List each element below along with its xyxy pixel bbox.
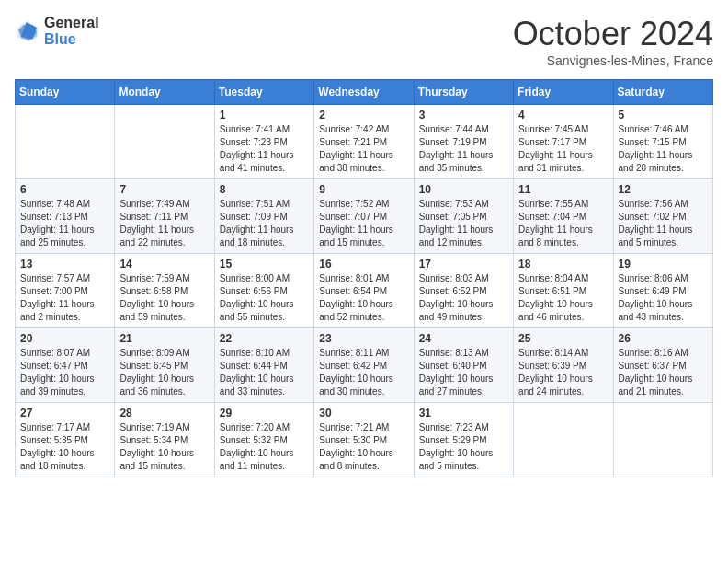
day-info: Sunrise: 7:45 AMSunset: 7:17 PMDaylight:… [518,123,608,175]
day-info: Sunrise: 7:42 AMSunset: 7:21 PMDaylight:… [319,123,408,175]
day-info: Sunrise: 7:46 AMSunset: 7:15 PMDaylight:… [619,123,708,175]
location-subtitle: Sanvignes-les-Mines, France [513,53,713,68]
calendar-cell: 19Sunrise: 8:06 AMSunset: 6:49 PMDayligh… [613,254,712,328]
day-info: Sunrise: 8:03 AMSunset: 6:52 PMDaylight:… [419,272,508,324]
day-info: Sunrise: 8:04 AMSunset: 6:51 PMDaylight:… [518,272,608,324]
calendar-cell: 28Sunrise: 7:19 AMSunset: 5:34 PMDayligh… [115,403,214,477]
calendar-cell: 31Sunrise: 7:23 AMSunset: 5:29 PMDayligh… [414,403,513,477]
month-title: October 2024 [513,15,713,53]
calendar-cell: 22Sunrise: 8:10 AMSunset: 6:44 PMDayligh… [214,328,313,403]
day-info: Sunrise: 8:16 AMSunset: 6:37 PMDaylight:… [619,347,708,398]
day-number: 28 [119,407,209,419]
weekday-header: Monday [115,80,214,105]
calendar-cell [514,403,613,477]
day-info: Sunrise: 7:59 AMSunset: 6:58 PMDaylight:… [119,272,209,324]
calendar-week-row: 27Sunrise: 7:17 AMSunset: 5:35 PMDayligh… [16,403,713,477]
calendar-cell: 21Sunrise: 8:09 AMSunset: 6:45 PMDayligh… [115,328,214,403]
day-number: 20 [20,332,109,345]
calendar-cell: 23Sunrise: 8:11 AMSunset: 6:42 PMDayligh… [314,328,414,403]
logo-general: General [44,15,99,31]
calendar-cell: 30Sunrise: 7:21 AMSunset: 5:30 PMDayligh… [314,403,414,477]
calendar-cell [16,105,115,179]
day-info: Sunrise: 7:48 AMSunset: 7:13 PMDaylight:… [20,198,109,249]
calendar-cell: 12Sunrise: 7:56 AMSunset: 7:02 PMDayligh… [613,179,712,254]
calendar-header: SundayMondayTuesdayWednesdayThursdayFrid… [16,80,713,105]
calendar-cell: 1Sunrise: 7:41 AMSunset: 7:23 PMDaylight… [214,105,313,179]
calendar-table: SundayMondayTuesdayWednesdayThursdayFrid… [15,79,713,477]
calendar-cell: 14Sunrise: 7:59 AMSunset: 6:58 PMDayligh… [115,254,214,328]
title-block: October 2024 Sanvignes-les-Mines, France [513,15,713,68]
header-row: SundayMondayTuesdayWednesdayThursdayFrid… [16,80,713,105]
day-number: 5 [619,109,708,121]
calendar-week-row: 1Sunrise: 7:41 AMSunset: 7:23 PMDaylight… [16,105,713,179]
day-info: Sunrise: 7:44 AMSunset: 7:19 PMDaylight:… [419,123,508,175]
day-info: Sunrise: 8:09 AMSunset: 6:45 PMDaylight:… [119,347,209,398]
calendar-cell: 24Sunrise: 8:13 AMSunset: 6:40 PMDayligh… [414,328,513,403]
day-info: Sunrise: 7:21 AMSunset: 5:30 PMDaylight:… [319,421,408,473]
calendar-week-row: 20Sunrise: 8:07 AMSunset: 6:47 PMDayligh… [16,328,713,403]
day-number: 26 [619,332,708,345]
day-info: Sunrise: 7:52 AMSunset: 7:07 PMDaylight:… [319,198,408,249]
day-number: 29 [220,407,309,419]
day-number: 2 [319,109,408,121]
day-info: Sunrise: 8:00 AMSunset: 6:56 PMDaylight:… [220,272,309,324]
logo-icon [15,18,40,44]
day-number: 14 [119,258,209,270]
day-info: Sunrise: 7:56 AMSunset: 7:02 PMDaylight:… [619,198,708,249]
day-number: 25 [518,332,608,345]
day-info: Sunrise: 7:49 AMSunset: 7:11 PMDaylight:… [119,198,209,249]
day-number: 30 [319,407,408,419]
calendar-cell: 6Sunrise: 7:48 AMSunset: 7:13 PMDaylight… [16,179,115,254]
weekday-header: Saturday [613,80,712,105]
calendar-cell: 3Sunrise: 7:44 AMSunset: 7:19 PMDaylight… [414,105,513,179]
logo-text: General Blue [44,15,99,47]
day-number: 19 [619,258,708,270]
calendar-cell: 29Sunrise: 7:20 AMSunset: 5:32 PMDayligh… [214,403,313,477]
calendar-week-row: 6Sunrise: 7:48 AMSunset: 7:13 PMDaylight… [16,179,713,254]
day-number: 22 [220,332,309,345]
day-number: 12 [619,183,708,196]
day-number: 24 [419,332,508,345]
day-info: Sunrise: 8:10 AMSunset: 6:44 PMDaylight:… [220,347,309,398]
day-number: 10 [419,183,508,196]
logo: General Blue [15,15,99,47]
calendar-cell: 25Sunrise: 8:14 AMSunset: 6:39 PMDayligh… [514,328,613,403]
day-info: Sunrise: 8:06 AMSunset: 6:49 PMDaylight:… [619,272,708,324]
day-number: 4 [518,109,608,121]
calendar-cell: 17Sunrise: 8:03 AMSunset: 6:52 PMDayligh… [414,254,513,328]
day-number: 16 [319,258,408,270]
day-number: 9 [319,183,408,196]
day-number: 21 [119,332,209,345]
calendar-cell: 13Sunrise: 7:57 AMSunset: 7:00 PMDayligh… [16,254,115,328]
weekday-header: Friday [514,80,613,105]
day-info: Sunrise: 7:55 AMSunset: 7:04 PMDaylight:… [518,198,608,249]
day-info: Sunrise: 7:51 AMSunset: 7:09 PMDaylight:… [220,198,309,249]
day-info: Sunrise: 8:01 AMSunset: 6:54 PMDaylight:… [319,272,408,324]
calendar-cell [115,105,214,179]
day-info: Sunrise: 8:13 AMSunset: 6:40 PMDaylight:… [419,347,508,398]
day-number: 1 [220,109,309,121]
day-number: 11 [518,183,608,196]
day-number: 18 [518,258,608,270]
calendar-cell: 7Sunrise: 7:49 AMSunset: 7:11 PMDaylight… [115,179,214,254]
day-number: 7 [119,183,209,196]
day-info: Sunrise: 8:14 AMSunset: 6:39 PMDaylight:… [518,347,608,398]
calendar-cell: 26Sunrise: 8:16 AMSunset: 6:37 PMDayligh… [613,328,712,403]
day-info: Sunrise: 8:11 AMSunset: 6:42 PMDaylight:… [319,347,408,398]
calendar-cell: 27Sunrise: 7:17 AMSunset: 5:35 PMDayligh… [16,403,115,477]
day-number: 23 [319,332,408,345]
day-info: Sunrise: 7:19 AMSunset: 5:34 PMDaylight:… [119,421,209,473]
calendar-cell: 2Sunrise: 7:42 AMSunset: 7:21 PMDaylight… [314,105,414,179]
calendar-cell: 8Sunrise: 7:51 AMSunset: 7:09 PMDaylight… [214,179,313,254]
logo-blue: Blue [44,31,99,48]
day-info: Sunrise: 7:23 AMSunset: 5:29 PMDaylight:… [419,421,508,473]
day-info: Sunrise: 7:41 AMSunset: 7:23 PMDaylight:… [220,123,309,175]
day-number: 13 [20,258,109,270]
calendar-cell: 18Sunrise: 8:04 AMSunset: 6:51 PMDayligh… [514,254,613,328]
calendar-body: 1Sunrise: 7:41 AMSunset: 7:23 PMDaylight… [16,105,713,477]
day-info: Sunrise: 7:20 AMSunset: 5:32 PMDaylight:… [220,421,309,473]
weekday-header: Thursday [414,80,513,105]
weekday-header: Sunday [16,80,115,105]
day-number: 31 [419,407,508,419]
day-number: 6 [20,183,109,196]
